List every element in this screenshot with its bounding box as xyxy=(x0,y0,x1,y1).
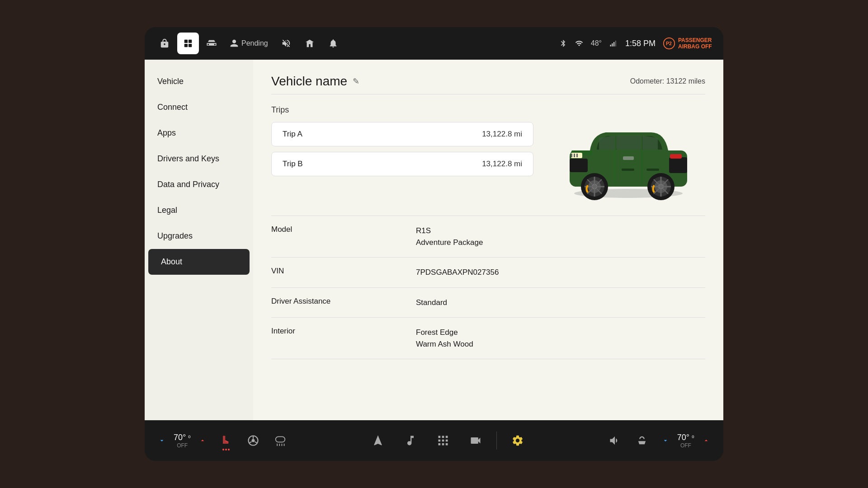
defrost-btn[interactable] xyxy=(269,429,292,452)
outside-temp: 48° xyxy=(591,39,602,47)
trips-section: Trips Trip A 13,122.8 mi Trip B 13,122.8… xyxy=(271,105,533,205)
svg-rect-6 xyxy=(613,42,614,47)
svg-rect-0 xyxy=(184,40,188,43)
svg-rect-17 xyxy=(576,154,578,157)
info-section: Model R1S Adventure Package VIN 7PDSGABA… xyxy=(271,216,705,359)
svg-rect-19 xyxy=(670,154,682,159)
music-btn[interactable] xyxy=(399,429,422,452)
trip-a-label: Trip A xyxy=(283,130,302,139)
vin-label: VIN xyxy=(271,267,416,276)
svg-rect-43 xyxy=(623,156,634,160)
navigation-btn[interactable] xyxy=(366,429,390,452)
model-value: R1S Adventure Package xyxy=(416,225,483,248)
nav-pending[interactable]: Pending xyxy=(224,35,274,52)
clock: 1:58 PM xyxy=(625,39,656,48)
svg-line-48 xyxy=(255,442,257,443)
trip-b-label: Trip B xyxy=(283,160,303,169)
nav-lock[interactable] xyxy=(154,33,175,54)
trip-a-card[interactable]: Trip A 13,122.8 mi xyxy=(271,122,533,146)
left-temp-down[interactable] xyxy=(154,432,170,449)
svg-text:P2: P2 xyxy=(666,41,672,46)
odometer-display: Odometer: 13122 miles xyxy=(630,77,705,85)
content-header: Vehicle name ✎ Odometer: 13122 miles xyxy=(271,74,705,94)
right-temp-status: OFF xyxy=(677,442,694,449)
nav-mute[interactable] xyxy=(275,33,297,54)
svg-rect-49 xyxy=(276,436,285,442)
interior-row: Interior Forest Edge Warm Ash Wood xyxy=(271,318,705,359)
sidebar-item-data-privacy[interactable]: Data and Privacy xyxy=(145,172,253,197)
divider xyxy=(496,432,497,450)
vin-value: 7PDSGABAXPN027356 xyxy=(416,267,499,278)
content-area: Vehicle name ✎ Odometer: 13122 miles Tri… xyxy=(253,60,723,420)
driver-assistance-label: Driver Assistance xyxy=(271,297,416,306)
vehicle-name-row: Vehicle name ✎ xyxy=(271,74,359,89)
svg-rect-25 xyxy=(622,169,634,171)
svg-rect-15 xyxy=(571,154,572,157)
airbag-text: PASSENGER AIRBAG OFF xyxy=(678,37,714,50)
left-temp-value: 70° ⁰ xyxy=(174,433,191,442)
bottom-center-controls xyxy=(366,429,529,452)
signal-status xyxy=(609,39,618,47)
volume-btn[interactable] xyxy=(603,429,627,452)
settings-btn[interactable] xyxy=(506,429,529,452)
svg-rect-3 xyxy=(189,44,192,47)
interior-value: Forest Edge Warm Ash Wood xyxy=(416,327,473,350)
svg-rect-26 xyxy=(646,169,659,171)
nav-garage[interactable] xyxy=(299,33,321,54)
airbag-warning: P2 PASSENGER AIRBAG OFF xyxy=(663,37,714,50)
svg-line-47 xyxy=(250,442,252,443)
nav-home[interactable] xyxy=(177,33,199,54)
svg-rect-5 xyxy=(612,43,613,47)
nav-car[interactable] xyxy=(201,33,222,54)
sidebar: Vehicle Connect Apps Drivers and Keys Da… xyxy=(145,60,253,420)
left-temp-display: 70° ⁰ OFF xyxy=(174,433,191,449)
svg-rect-4 xyxy=(610,45,611,47)
vehicle-name: Vehicle name xyxy=(271,74,347,89)
trips-title: Trips xyxy=(271,105,533,115)
driver-assistance-row: Driver Assistance Standard xyxy=(271,288,705,318)
svg-rect-18 xyxy=(669,157,687,173)
right-temp-down[interactable] xyxy=(657,432,674,449)
sidebar-item-upgrades[interactable]: Upgrades xyxy=(145,223,253,249)
driver-assistance-value: Standard xyxy=(416,297,447,309)
right-controls: 70° ⁰ OFF xyxy=(603,429,714,452)
left-temp-status: OFF xyxy=(174,442,191,449)
pending-label: Pending xyxy=(241,39,268,47)
seat-heat-left-btn[interactable] xyxy=(214,429,238,452)
trip-a-value: 13,122.8 mi xyxy=(482,130,522,139)
model-row: Model R1S Adventure Package xyxy=(271,216,705,258)
trip-b-card[interactable]: Trip B 13,122.8 mi xyxy=(271,152,533,176)
seat-btn[interactable] xyxy=(630,429,654,452)
right-temp-up[interactable] xyxy=(698,432,714,449)
sidebar-item-about[interactable]: About xyxy=(148,249,250,275)
vehicle-image xyxy=(552,105,705,205)
steering-heat-btn[interactable] xyxy=(241,429,265,452)
bluetooth-status xyxy=(559,39,567,47)
vin-row: VIN 7PDSGABAXPN027356 xyxy=(271,258,705,288)
camera-btn[interactable] xyxy=(464,429,487,452)
sidebar-item-connect[interactable]: Connect xyxy=(145,94,253,120)
top-bar: Pending xyxy=(145,27,723,60)
svg-rect-12 xyxy=(570,159,588,172)
sidebar-item-vehicle[interactable]: Vehicle xyxy=(145,69,253,94)
bottom-bar: 70° ⁰ OFF xyxy=(145,420,723,461)
top-nav: Pending xyxy=(154,33,556,54)
model-label: Model xyxy=(271,225,416,234)
main-screen: Pending xyxy=(145,27,723,461)
interior-label: Interior xyxy=(271,327,416,336)
status-bar: 48° 1:58 PM P2 PASSENGER AIRBAG OFF xyxy=(559,37,714,50)
trip-b-value: 13,122.8 mi xyxy=(482,160,522,169)
svg-point-45 xyxy=(252,439,255,442)
right-temp-value: 70° ⁰ xyxy=(677,433,694,442)
left-temp-up[interactable] xyxy=(194,432,211,449)
apps-grid-btn[interactable] xyxy=(431,429,455,452)
main-area: Vehicle Connect Apps Drivers and Keys Da… xyxy=(145,60,723,420)
svg-rect-20 xyxy=(616,136,641,150)
svg-rect-16 xyxy=(574,154,575,157)
nav-bell[interactable] xyxy=(322,33,344,54)
edit-vehicle-name-icon[interactable]: ✎ xyxy=(353,76,359,86)
sidebar-item-apps[interactable]: Apps xyxy=(145,120,253,146)
right-temp-display: 70° ⁰ OFF xyxy=(677,433,694,449)
sidebar-item-drivers-keys[interactable]: Drivers and Keys xyxy=(145,146,253,172)
sidebar-item-legal[interactable]: Legal xyxy=(145,197,253,223)
